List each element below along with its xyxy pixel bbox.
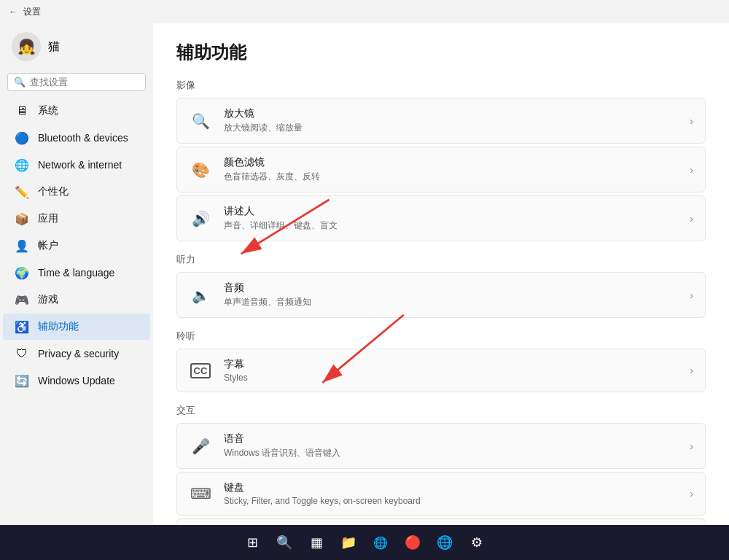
search-box[interactable]: 🔍 [7, 73, 146, 91]
sidebar-item-time[interactable]: 🌍 Time & language [3, 260, 150, 286]
chevron-icon-narrator: › [690, 213, 693, 225]
chevron-icon-audio: › [690, 289, 693, 301]
sidebar-icon-personalization: ✏️ [15, 184, 29, 199]
item-icon-captions: CC [189, 359, 212, 382]
item-title-audio: 音频 [224, 281, 678, 295]
sidebar-icon-network: 🌐 [15, 158, 29, 172]
sidebar-label-time: Time & language [38, 267, 114, 279]
item-title-keyboard: 键盘 [224, 481, 678, 494]
sidebar-item-accounts[interactable]: 👤 帐户 [3, 233, 150, 259]
sidebar-profile: 👧 猫 [0, 23, 153, 70]
sidebar-icon-time: 🌍 [15, 265, 29, 280]
sidebar-label-accessibility: 辅助功能 [38, 320, 79, 333]
sidebar-icon-gaming: 🎮 [15, 292, 29, 307]
sidebar-item-accessibility[interactable]: ♿ 辅助功能 [3, 314, 150, 340]
sidebar-item-apps[interactable]: 📦 应用 [3, 206, 150, 232]
item-desc-magnifier: 放大镜阅读、缩放量 [224, 122, 678, 134]
item-icon-keyboard: ⌨ [189, 482, 212, 505]
settings-item-captions[interactable]: CC 字幕 Styles › [176, 349, 706, 392]
sidebar-item-system[interactable]: 🖥 系统 [3, 98, 150, 124]
section-header-listening: 聆听 [176, 330, 706, 343]
taskbar-settings[interactable]: ⚙ [464, 529, 490, 556]
taskbar: ⊞ 🔍 ▦ 📁 🌐 🔴 🌐 ⚙ [0, 525, 729, 560]
avatar: 👧 [12, 32, 41, 61]
item-icon-colorfilter: 🎨 [189, 158, 212, 182]
taskbar-chrome[interactable]: 🔴 [399, 529, 426, 556]
sidebar-icon-bluetooth: 🔵 [15, 131, 29, 145]
search-input[interactable] [30, 77, 152, 88]
sidebar-icon-accounts: 👤 [15, 238, 29, 253]
taskbar-start[interactable]: ⊞ [239, 529, 265, 556]
item-title-speech: 语音 [224, 432, 678, 446]
settings-item-narrator[interactable]: 🔊 讲述人 声音、详细详组、键盘、盲文 › [176, 195, 706, 241]
content-area: 辅助功能 影像 🔍 放大镜 放大镜阅读、缩放量 › 🎨 颜色滤镜 色盲筛选器、灰… [153, 23, 729, 525]
search-icon: 🔍 [14, 77, 26, 88]
sidebar-label-personalization: 个性化 [38, 185, 69, 198]
chevron-icon-captions: › [690, 365, 693, 376]
sidebar-item-network[interactable]: 🌐 Network & internet [3, 152, 150, 178]
item-icon-magnifier: 🔍 [189, 109, 212, 133]
sidebar-label-accounts: 帐户 [38, 239, 58, 252]
settings-item-magnifier[interactable]: 🔍 放大镜 放大镜阅读、缩放量 › [176, 98, 706, 144]
sidebar-icon-privacy: 🛡 [15, 346, 29, 361]
item-icon-narrator: 🔊 [189, 207, 212, 230]
section-header-interaction: 交互 [176, 404, 706, 417]
section-header-hearing: 听力 [176, 253, 706, 266]
sidebar-item-personalization[interactable]: ✏️ 个性化 [3, 179, 150, 205]
back-button[interactable]: ← [9, 7, 17, 17]
chevron-icon-colorfilter: › [690, 164, 693, 176]
title-bar-text: 设置 [23, 6, 41, 18]
item-icon-speech: 🎤 [189, 435, 212, 458]
sidebar-icon-windowsupdate: 🔄 [15, 373, 29, 388]
item-desc-captions: Styles [224, 373, 678, 383]
settings-item-speech[interactable]: 🎤 语音 Windows 语音识别、语音键入 › [176, 423, 706, 469]
sidebar-label-windowsupdate: Windows Update [38, 375, 115, 386]
taskbar-taskview[interactable]: ▦ [303, 529, 330, 556]
item-icon-audio: 🔈 [189, 284, 212, 307]
section-header-vision: 影像 [176, 79, 706, 92]
title-bar: ← 设置 [0, 0, 729, 23]
item-desc-narrator: 声音、详细详组、键盘、盲文 [224, 219, 678, 232]
settings-item-audio[interactable]: 🔈 音频 单声道音频、音频通知 › [176, 272, 706, 318]
sidebar-label-bluetooth: Bluetooth & devices [38, 132, 128, 144]
sidebar-icon-apps: 📦 [15, 211, 29, 226]
item-title-narrator: 讲述人 [224, 205, 678, 218]
sidebar: 👧 猫 🔍 🖥 系统 🔵 Bluetooth & devices 🌐 Netwo… [0, 23, 153, 525]
chevron-icon-magnifier: › [690, 115, 693, 127]
settings-item-colorfilter[interactable]: 🎨 颜色滤镜 色盲筛选器、灰度、反转 › [176, 147, 706, 192]
sidebar-item-privacy[interactable]: 🛡 Privacy & security [3, 341, 150, 367]
chevron-icon-speech: › [690, 440, 693, 452]
sections-container: 影像 🔍 放大镜 放大镜阅读、缩放量 › 🎨 颜色滤镜 色盲筛选器、灰度、反转 … [176, 79, 706, 525]
item-desc-keyboard: Sticky, Filter, and Toggle keys, on-scre… [224, 496, 678, 506]
main-layout: 👧 猫 🔍 🖥 系统 🔵 Bluetooth & devices 🌐 Netwo… [0, 23, 729, 525]
settings-item-keyboard[interactable]: ⌨ 键盘 Sticky, Filter, and Toggle keys, on… [176, 472, 706, 516]
sidebar-item-gaming[interactable]: 🎮 游戏 [3, 287, 150, 313]
item-title-captions: 字幕 [224, 358, 678, 371]
chevron-icon-keyboard: › [690, 488, 693, 499]
taskbar-edge[interactable]: 🌐 [367, 529, 394, 556]
item-title-colorfilter: 颜色滤镜 [224, 156, 678, 169]
sidebar-label-gaming: 游戏 [38, 293, 58, 306]
sidebar-item-windowsupdate[interactable]: 🔄 Windows Update [3, 368, 150, 394]
sidebar-label-system: 系统 [38, 104, 58, 117]
sidebar-label-privacy: Privacy & security [38, 348, 119, 359]
taskbar-files[interactable]: 📁 [335, 529, 362, 556]
item-title-magnifier: 放大镜 [224, 107, 678, 120]
item-desc-audio: 单声道音频、音频通知 [224, 296, 678, 308]
taskbar-app1[interactable]: 🌐 [432, 529, 458, 556]
sidebar-items: 🖥 系统 🔵 Bluetooth & devices 🌐 Network & i… [0, 97, 153, 394]
profile-name: 猫 [48, 39, 60, 55]
sidebar-icon-accessibility: ♿ [15, 319, 29, 334]
sidebar-icon-system: 🖥 [15, 104, 29, 118]
item-desc-colorfilter: 色盲筛选器、灰度、反转 [224, 171, 678, 183]
item-desc-speech: Windows 语音识别、语音键入 [224, 447, 678, 459]
settings-item-mouse[interactable]: 🖱 鼠标 Mouse keys, speed, acceleration › [176, 518, 706, 525]
page-title: 辅助功能 [176, 41, 706, 64]
taskbar-search[interactable]: 🔍 [271, 529, 297, 556]
sidebar-label-apps: 应用 [38, 212, 58, 225]
sidebar-label-network: Network & internet [38, 159, 122, 171]
sidebar-item-bluetooth[interactable]: 🔵 Bluetooth & devices [3, 125, 150, 151]
